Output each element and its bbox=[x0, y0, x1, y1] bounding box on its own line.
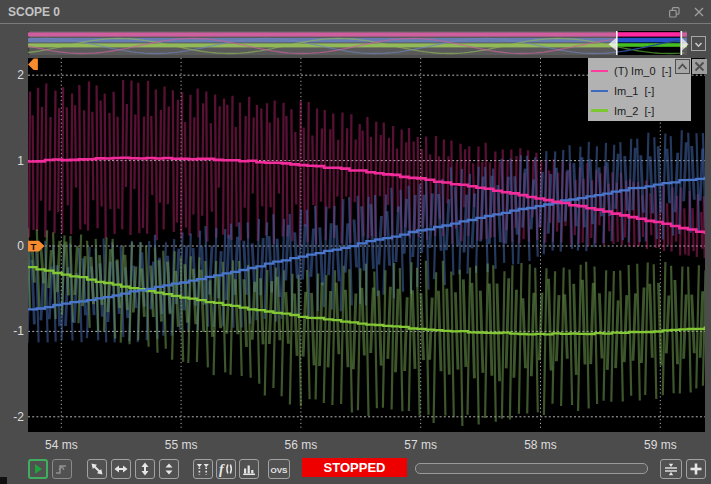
svg-text:T: T bbox=[31, 241, 37, 252]
svg-text:OVS: OVS bbox=[271, 466, 289, 475]
svg-text:f: f bbox=[219, 462, 225, 477]
